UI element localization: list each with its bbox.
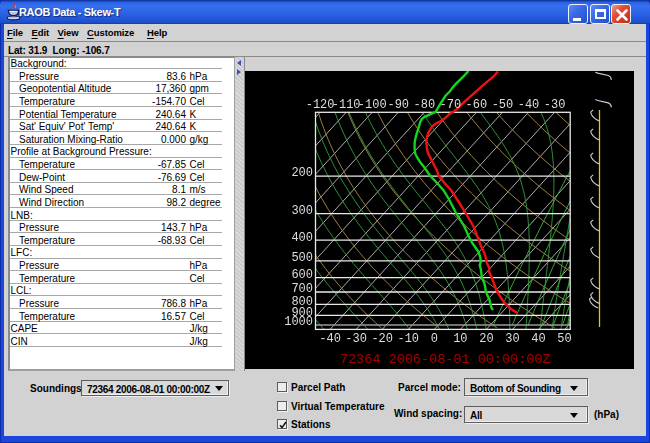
svg-text:-60: -60 <box>466 98 488 112</box>
svg-text:-20: -20 <box>371 332 393 346</box>
svg-text:-30: -30 <box>345 332 367 346</box>
svg-text:50: 50 <box>557 332 571 346</box>
svg-text:30: 30 <box>505 332 519 346</box>
svg-text:-70: -70 <box>440 98 462 112</box>
svg-text:400: 400 <box>291 231 313 245</box>
svg-text:72364 2006-08-01 00:00:00Z: 72364 2006-08-01 00:00:00Z <box>340 352 551 367</box>
svg-text:-100: -100 <box>358 98 387 112</box>
svg-text:-90: -90 <box>387 98 409 112</box>
svg-text:0: 0 <box>431 332 438 346</box>
svg-text:-110: -110 <box>332 98 361 112</box>
svg-text:20: 20 <box>479 332 493 346</box>
svg-text:-30: -30 <box>544 98 566 112</box>
svg-text:200: 200 <box>291 166 313 180</box>
svg-text:10: 10 <box>453 332 467 346</box>
svg-text:-10: -10 <box>397 332 419 346</box>
svg-text:-80: -80 <box>414 98 436 112</box>
svg-text:600: 600 <box>291 268 313 282</box>
svg-text:-50: -50 <box>492 98 514 112</box>
svg-text:-40: -40 <box>518 98 540 112</box>
svg-text:300: 300 <box>291 204 313 218</box>
svg-text:500: 500 <box>291 251 313 265</box>
svg-text:-120: -120 <box>306 98 335 112</box>
svg-text:-40: -40 <box>319 332 341 346</box>
svg-text:40: 40 <box>531 332 545 346</box>
svg-text:1000: 1000 <box>284 315 313 329</box>
